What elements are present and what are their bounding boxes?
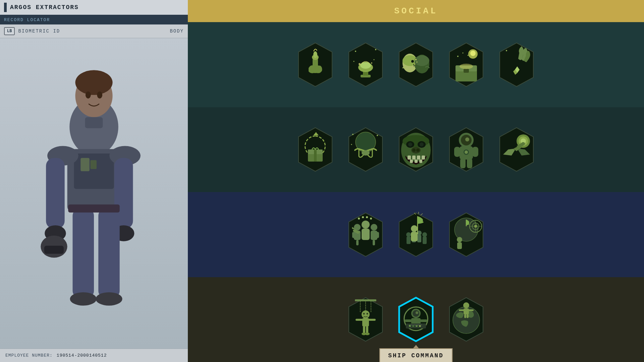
svg-rect-99	[460, 158, 466, 168]
svg-point-73	[351, 144, 352, 145]
svg-point-81	[420, 142, 424, 146]
svg-rect-110	[352, 232, 355, 238]
tooltip-text: SHIP COMMAND	[388, 352, 444, 359]
svg-point-153	[362, 310, 370, 318]
svg-point-49	[470, 51, 476, 56]
svg-point-3	[86, 92, 91, 99]
svg-rect-89	[410, 160, 413, 163]
svg-rect-184	[459, 309, 464, 311]
icon-scout-target[interactable]	[446, 211, 486, 258]
svg-rect-178	[420, 319, 427, 322]
icon-row-2	[188, 107, 644, 192]
svg-point-72	[377, 135, 378, 136]
svg-rect-14	[44, 246, 64, 254]
employee-number: 190514-2000140512	[57, 353, 107, 358]
icon-alien-hand[interactable]	[496, 41, 537, 88]
svg-point-30	[374, 59, 375, 60]
svg-marker-57	[500, 43, 533, 86]
svg-point-121	[370, 218, 372, 220]
lb-button[interactable]: LB	[4, 27, 15, 35]
icon-space-food[interactable]	[345, 41, 386, 88]
icon-gift-credits[interactable]	[295, 126, 335, 173]
company-accent-bar	[4, 3, 7, 12]
svg-point-37	[371, 62, 372, 64]
svg-rect-100	[467, 158, 472, 168]
svg-point-169	[416, 311, 418, 314]
svg-rect-154	[362, 318, 369, 326]
svg-rect-67	[314, 149, 317, 162]
svg-point-74	[362, 150, 370, 156]
svg-rect-86	[412, 156, 416, 160]
svg-point-28	[355, 51, 356, 52]
svg-point-84	[416, 148, 420, 152]
svg-rect-114	[376, 232, 379, 238]
svg-rect-117	[362, 229, 370, 240]
svg-point-119	[362, 216, 364, 218]
svg-rect-152	[355, 299, 376, 301]
svg-rect-156	[368, 319, 376, 321]
svg-point-102	[465, 150, 468, 154]
svg-rect-97	[454, 147, 460, 157]
icon-world-figure[interactable]	[446, 296, 486, 343]
svg-point-120	[366, 216, 368, 218]
svg-point-56	[468, 55, 469, 56]
social-header: SOCIAL	[188, 0, 644, 22]
svg-point-45	[417, 61, 418, 62]
icon-space-trade[interactable]	[345, 126, 386, 173]
icon-puppet[interactable]	[345, 296, 386, 343]
icon-treasure-box[interactable]	[446, 41, 486, 88]
svg-point-80	[408, 142, 412, 146]
biometric-id-label: BIOMETRIC ID	[18, 28, 166, 34]
svg-point-53	[460, 64, 473, 69]
svg-rect-185	[468, 309, 474, 311]
svg-point-55	[463, 52, 464, 53]
svg-rect-16	[98, 209, 119, 298]
svg-point-4	[97, 92, 102, 99]
icon-face-scan[interactable]	[396, 41, 436, 88]
employee-label: EMPLOYEE NUMBER:	[5, 353, 53, 358]
svg-rect-19	[68, 204, 119, 213]
svg-line-136	[421, 214, 423, 215]
svg-rect-98	[472, 147, 478, 157]
svg-point-29	[375, 49, 376, 50]
svg-rect-88	[422, 156, 425, 160]
svg-point-46	[415, 63, 416, 64]
character-figure	[0, 38, 188, 349]
svg-rect-52	[464, 69, 469, 73]
icon-ship-command[interactable]: SHIP COMMAND	[396, 296, 436, 343]
icon-hand-token[interactable]	[496, 126, 537, 173]
svg-point-131	[411, 225, 418, 232]
svg-rect-21	[90, 160, 97, 169]
svg-point-162	[367, 313, 368, 315]
right-panel: SOCIAL	[188, 0, 644, 362]
svg-rect-15	[73, 209, 94, 298]
employee-bar: EMPLOYEE NUMBER: 190514-2000140512	[0, 349, 188, 362]
svg-rect-157	[363, 326, 365, 334]
icon-crew-gather[interactable]	[345, 211, 386, 258]
svg-point-26	[313, 51, 317, 58]
icon-hand-torch[interactable]	[295, 41, 335, 88]
svg-rect-20	[80, 158, 89, 171]
svg-point-71	[352, 134, 354, 135]
icon-creature-mouth[interactable]	[396, 126, 436, 173]
svg-point-182	[463, 302, 469, 308]
svg-rect-187	[467, 314, 469, 318]
biometric-bar: LB BIOMETRIC ID BODY	[0, 24, 188, 38]
svg-point-129	[422, 232, 427, 237]
social-title: SOCIAL	[394, 6, 438, 16]
icon-flag-mission[interactable]	[396, 211, 436, 258]
svg-rect-9	[46, 158, 65, 229]
svg-rect-186	[464, 314, 466, 318]
svg-point-44	[415, 59, 417, 60]
svg-point-18	[96, 292, 122, 306]
icon-space-figure[interactable]	[446, 126, 486, 173]
record-locator-label: RECORD LOCATOR	[4, 17, 50, 22]
svg-rect-158	[366, 326, 368, 334]
svg-point-146	[457, 237, 462, 242]
svg-rect-176	[410, 324, 422, 325]
svg-point-112	[371, 224, 377, 231]
svg-point-95	[465, 137, 469, 141]
company-name: ARGOS EXTRACTORS	[10, 4, 79, 11]
svg-point-31	[354, 61, 355, 62]
svg-rect-128	[417, 235, 421, 242]
